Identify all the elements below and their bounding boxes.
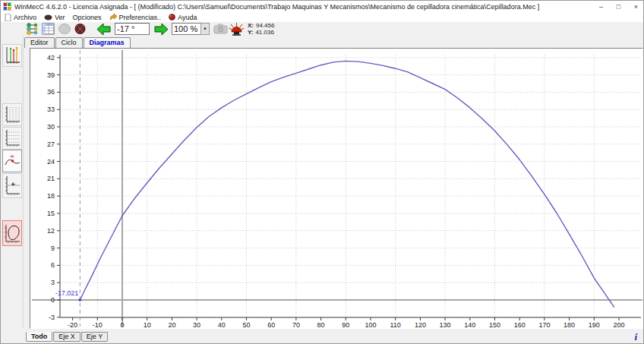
tab-diagramas[interactable]: Diagramas xyxy=(84,37,131,49)
angle-input[interactable] xyxy=(115,23,150,35)
curve-with-marker-icon xyxy=(4,151,21,171)
x-tick-label: 20 xyxy=(168,321,175,328)
sidebar-cycle-chart-button[interactable] xyxy=(2,44,22,67)
x-tick-label: 50 xyxy=(242,321,250,328)
coord-x-value: 94.456 xyxy=(256,22,274,29)
x-tick-label: 40 xyxy=(218,321,226,328)
diagram-curve xyxy=(80,61,614,307)
y-tick-label: -3 xyxy=(49,314,55,321)
x-tick-label: 0 xyxy=(120,321,124,328)
y-tick-label: 9 xyxy=(51,245,55,252)
y-tick-label: 36 xyxy=(47,88,55,96)
close-button[interactable]: × xyxy=(627,1,644,12)
coord-y-value: 41.036 xyxy=(255,29,273,36)
diagram-sidebar xyxy=(1,36,24,333)
lamp-icon xyxy=(229,23,245,36)
linkage-icon xyxy=(26,23,39,35)
menu-ayuda[interactable]: Ayuda xyxy=(167,12,203,22)
y-tick-label: 39 xyxy=(47,71,55,79)
coord-x-label: X: xyxy=(248,22,254,29)
document-icon xyxy=(5,14,11,21)
window-title: WinMecC 4.6.2.0 - Licencia Asignada - [ … xyxy=(14,3,592,11)
x-tick-label: 180 xyxy=(564,321,575,328)
x-tick-label: -20 xyxy=(68,321,77,328)
sidebar-closed-curve-button[interactable] xyxy=(2,220,22,246)
tab-eje-x[interactable]: Eje X xyxy=(53,332,80,342)
y-tick-label: 18 xyxy=(47,192,55,200)
x-tick-label: 130 xyxy=(440,321,451,328)
x-tick-label: 70 xyxy=(292,321,300,328)
x-tick-label: 90 xyxy=(342,321,349,328)
app-icon xyxy=(3,2,11,11)
x-tick-label: 120 xyxy=(415,321,426,328)
main-tabs: Editor Ciclo Diagramas xyxy=(24,36,131,48)
sidebar-vertical-grid-button[interactable] xyxy=(2,103,22,126)
eye-icon xyxy=(44,14,52,21)
tab-eje-y[interactable]: Eje Y xyxy=(81,332,108,342)
tab-todo[interactable]: Todo xyxy=(26,332,52,342)
angle-increase-button[interactable] xyxy=(153,22,169,36)
diagram-plot[interactable]: -303691215182124273033363942-20-10010203… xyxy=(30,49,642,328)
sidebar-horizontal-grid-button[interactable] xyxy=(2,127,22,150)
menu-opciones[interactable]: Opciones xyxy=(71,12,108,22)
tab-ciclo[interactable]: Ciclo xyxy=(55,37,83,48)
menu-ver[interactable]: Ver xyxy=(43,12,71,22)
mechanism-button[interactable] xyxy=(24,22,40,36)
menu-preferencias[interactable]: Preferencias.. xyxy=(108,12,168,22)
y-tick-label: 24 xyxy=(47,158,55,166)
y-tick-label: 12 xyxy=(47,227,55,235)
x-tick-label: 150 xyxy=(489,321,500,328)
diagram-panel: -303691215182124273033363942-20-10010203… xyxy=(30,48,643,329)
title-bar: WinMecC 4.6.2.0 - Licencia Asignada - [ … xyxy=(1,1,644,12)
help-icon xyxy=(169,14,175,21)
table-icon xyxy=(42,23,55,35)
data-table-button[interactable] xyxy=(40,22,56,36)
status-bar: Todo Eje X Eje Y i xyxy=(1,329,644,344)
x-tick-label: 80 xyxy=(317,321,325,328)
stop-button[interactable] xyxy=(72,22,88,36)
camera-icon xyxy=(213,24,228,34)
axis-tabs: Todo Eje X Eje Y xyxy=(26,332,109,342)
arrow-icon xyxy=(109,14,117,21)
menu-bar: Archivo Ver Opciones Preferencias.. Ayud… xyxy=(1,12,644,22)
maximize-button[interactable]: □ xyxy=(610,1,627,12)
x-tick-label: 110 xyxy=(390,321,401,328)
tab-editor[interactable]: Editor xyxy=(24,37,55,48)
angle-decrease-button[interactable] xyxy=(96,22,112,36)
x-tick-label: 140 xyxy=(464,321,475,328)
x-tick-label: 30 xyxy=(193,321,200,328)
arrow-right-icon xyxy=(153,23,169,36)
x-tick-label: 200 xyxy=(613,321,624,328)
cycle-bars-chart-icon xyxy=(4,46,21,65)
x-tick-label: 60 xyxy=(267,321,275,328)
menu-archivo[interactable]: Archivo xyxy=(3,12,43,22)
y-tick-label: 15 xyxy=(47,210,55,217)
horizontal-gridlines-chart-icon xyxy=(4,128,21,148)
sidebar-curve-marker-button[interactable] xyxy=(2,150,22,172)
y-tick-label: 21 xyxy=(47,175,55,182)
zoom-combo: ▼ xyxy=(172,23,210,35)
snapshot-button-disabled xyxy=(213,22,229,36)
stop-x-icon xyxy=(74,23,87,35)
zoom-dropdown-button[interactable]: ▼ xyxy=(200,23,210,35)
y-tick-label: 0 xyxy=(51,296,55,304)
disabled-circle-icon xyxy=(58,23,71,35)
info-icon[interactable]: i xyxy=(634,331,637,343)
y-tick-label: 3 xyxy=(51,279,55,286)
x-tick-label: 10 xyxy=(144,321,151,328)
coord-y-label: Y: xyxy=(248,29,253,36)
arrow-left-icon xyxy=(96,23,112,36)
x-tick-label: 160 xyxy=(514,321,526,328)
zoom-input[interactable] xyxy=(172,23,200,35)
closed-curve-icon xyxy=(4,222,21,245)
x-tick-label: 100 xyxy=(365,321,376,328)
y-tick-label: 33 xyxy=(47,106,55,113)
sidebar-axes-point-button[interactable] xyxy=(2,173,22,198)
x-tick-label: 190 xyxy=(589,321,600,328)
vertical-gridlines-chart-icon xyxy=(4,105,21,125)
y-tick-label: 27 xyxy=(47,140,55,148)
angle-marker-label: -17,021 xyxy=(55,289,79,297)
light-button[interactable] xyxy=(229,22,245,36)
axes-point-icon xyxy=(4,175,21,197)
minimize-button[interactable]: – xyxy=(592,1,610,12)
